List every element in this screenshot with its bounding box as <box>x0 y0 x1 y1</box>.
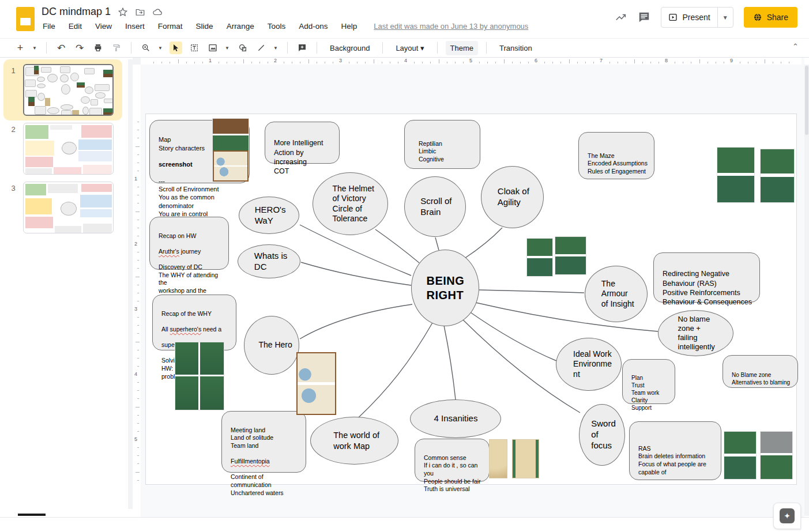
menu-help[interactable]: Help <box>340 21 358 32</box>
hruler-number: 3 <box>339 58 342 63</box>
menu-format[interactable]: Format <box>157 21 184 32</box>
present-button-group: Present ▼ <box>661 7 733 28</box>
layout-label: Layout <box>396 44 418 52</box>
node-ideal-work[interactable]: Ideal Work Environme nt <box>556 338 622 391</box>
menu-tools[interactable]: Tools <box>266 21 287 32</box>
node-heros-way[interactable]: HERO's WaY <box>239 197 299 234</box>
shape-button[interactable] <box>236 41 249 54</box>
menu-bar: File Edit View Insert Format Slide Arran… <box>42 21 528 32</box>
ruler-corner <box>133 58 141 65</box>
slide-1-thumbnail[interactable] <box>23 64 114 116</box>
filmstrip-view-indicator <box>18 514 46 516</box>
comic-image-bottom-right-1[interactable] <box>724 432 756 479</box>
explore-button[interactable]: ✦ <box>773 503 801 529</box>
comic-image-top-right-1[interactable] <box>717 148 754 202</box>
node-world-of-work[interactable]: The world of work Map <box>310 417 398 465</box>
layout-button[interactable]: Layout ▾ <box>391 41 428 55</box>
node-meeting-box[interactable]: Meeting land Land of solitude Team land … <box>221 411 306 473</box>
node-scroll-of-brain[interactable]: Scroll of Brain <box>404 176 466 237</box>
new-slide-caret[interactable]: ▼ <box>32 46 38 51</box>
line-tool-caret[interactable]: ▼ <box>273 46 279 51</box>
slide-3-thumbnail[interactable] <box>23 182 114 233</box>
node-whats-is-dc[interactable]: Whats is DC <box>238 244 300 278</box>
recap-hw-squiggle: Aruthr's <box>159 248 179 255</box>
new-slide-button[interactable]: + <box>14 41 27 54</box>
node-helmet[interactable]: The Helmet of Victory Circle of Toleranc… <box>313 172 388 235</box>
heros-way-text: HERO's WaY <box>239 205 299 227</box>
select-tool-button[interactable] <box>170 41 182 54</box>
node-plan-box[interactable]: Plan Trust Team work Clarity Support <box>622 359 675 404</box>
menu-arrange[interactable]: Arrange <box>225 21 255 32</box>
transition-button[interactable]: Transition <box>495 41 537 55</box>
activity-trend-icon[interactable] <box>615 11 627 24</box>
background-button[interactable]: Background <box>325 41 374 55</box>
slide-2-thumbnail[interactable] <box>23 123 114 175</box>
node-armour[interactable]: The Armour of Insight <box>585 266 648 322</box>
vruler-number: 5 <box>134 436 137 442</box>
menu-view[interactable]: View <box>94 21 113 32</box>
collapse-toolbar-chevron[interactable]: ⌃ <box>792 42 799 51</box>
redirecting-text: Redirecting Negative Behaviour (RAS) Pos… <box>663 270 752 306</box>
comic-image-map-scroll[interactable] <box>214 152 247 180</box>
comic-image-center-2[interactable] <box>555 237 586 274</box>
insert-comment-button[interactable] <box>296 41 308 54</box>
menu-insert[interactable]: Insert <box>124 21 146 32</box>
present-button[interactable]: Present <box>661 13 717 22</box>
document-title[interactable]: DC mindmap 1 <box>42 6 111 18</box>
node-no-blame-box[interactable]: No Blame zone Alternatives to blaming <box>723 355 798 388</box>
comic-image-map-top[interactable] <box>213 119 249 152</box>
insert-image-caret[interactable]: ▼ <box>225 46 231 51</box>
print-button[interactable] <box>92 41 104 54</box>
node-ras-box[interactable]: RAS Brain deletes information Focus of w… <box>629 421 721 480</box>
hruler-number: 6 <box>535 58 537 63</box>
node-no-blame-ellipse[interactable]: No blame zone + failing intelligently <box>658 310 733 356</box>
paint-format-button[interactable] <box>110 41 123 54</box>
comic-image-hero[interactable] <box>175 342 224 410</box>
node-the-hero[interactable]: The Hero <box>244 316 299 375</box>
line-tool-button[interactable] <box>255 41 268 54</box>
node-maze[interactable]: The Maze Encoded Assumptions Rules of En… <box>578 132 654 179</box>
menu-addons[interactable]: Add-ons <box>298 21 329 32</box>
scroll-image-1[interactable] <box>490 440 507 478</box>
node-common-sense[interactable]: Common sense If i can do it , so can you… <box>415 439 490 482</box>
zoom-button[interactable] <box>140 41 152 54</box>
present-dropdown-caret[interactable]: ▼ <box>717 7 733 27</box>
node-being-right[interactable]: BEING RIGHT <box>411 250 479 326</box>
node-sword[interactable]: Sword of focus <box>579 404 625 466</box>
sword-text: Sword of focus <box>580 418 624 451</box>
undo-button[interactable]: ↶ <box>55 41 67 54</box>
filmstrip-scrollbar[interactable] <box>128 59 133 509</box>
the-hero-text: The Hero <box>244 340 299 350</box>
theme-button[interactable]: Theme <box>446 41 478 55</box>
vertical-scrollbar[interactable] <box>804 65 809 516</box>
comic-image-top-right-2[interactable] <box>761 149 794 202</box>
comments-icon[interactable] <box>638 11 650 24</box>
text-box-button[interactable] <box>188 41 201 54</box>
insert-image-button[interactable] <box>206 41 219 54</box>
slide-canvas[interactable]: Map Story characters screenshot --- Scro… <box>145 114 797 485</box>
cloud-status-icon[interactable] <box>152 7 163 17</box>
last-edit-link[interactable]: Last edit was made on June 13 by anonymo… <box>374 22 528 31</box>
star-icon[interactable] <box>118 7 128 17</box>
recap-hw-line1: Recap on HW <box>159 232 223 240</box>
node-redirecting[interactable]: Redirecting Negative Behaviour (RAS) Pos… <box>653 252 760 303</box>
zoom-caret[interactable]: ▼ <box>158 46 164 51</box>
node-4-insanities[interactable]: 4 Insanities <box>410 399 501 438</box>
scroll-image-2[interactable] <box>513 440 539 478</box>
node-cloak[interactable]: Cloak of Agility <box>481 166 544 228</box>
comic-image-bottom-right-2[interactable] <box>761 432 792 479</box>
menu-slide[interactable]: Slide <box>195 21 215 32</box>
node-more-intelligent[interactable]: More Intelligent Action by increasing CO… <box>265 122 340 164</box>
redo-button[interactable]: ↷ <box>73 41 86 54</box>
menu-edit[interactable]: Edit <box>67 21 83 32</box>
comic-image-center-1[interactable] <box>527 239 552 276</box>
move-folder-icon[interactable] <box>135 7 145 17</box>
vruler-number: 4 <box>134 371 137 377</box>
node-recap-hw[interactable]: Recap on HW Aruthr's journey Discovery o… <box>149 217 229 270</box>
slides-logo-icon[interactable] <box>16 7 35 31</box>
menu-file[interactable]: File <box>42 21 57 32</box>
share-button[interactable]: Share <box>744 7 797 28</box>
map-image-world-of-work[interactable] <box>298 353 335 414</box>
present-icon <box>668 13 678 22</box>
node-reptilian[interactable]: Reptilian Limbic Cognitive <box>404 120 480 169</box>
